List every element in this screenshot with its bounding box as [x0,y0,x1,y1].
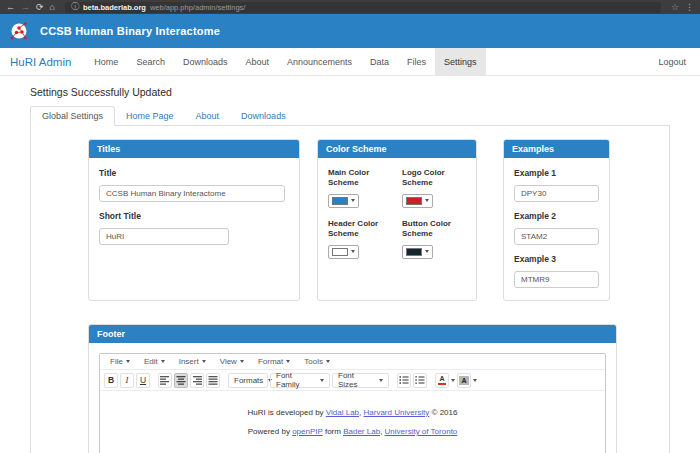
chevron-down-icon [351,250,355,253]
footer-line-2: Powered by openPIP form Bader Lab, Unive… [100,427,605,436]
bold-button[interactable]: B [104,373,118,388]
align-left-button[interactable] [158,373,172,388]
footer-panel: Footer File Edit Insert View Format Tool… [88,324,617,453]
chevron-down-icon [286,360,290,363]
global-settings-pane: Titles Title Short Title [30,126,670,453]
underline-button[interactable]: U [136,373,150,388]
header-color-select[interactable] [328,245,359,259]
openpip-link[interactable]: openPIP [292,427,323,436]
align-right-button[interactable] [190,373,204,388]
chevron-down-icon [326,360,330,363]
example-1-input[interactable] [514,185,599,202]
header-color-swatch [332,248,348,256]
color-scheme-panel: Color Scheme Main Color Scheme [317,139,477,301]
settings-panels-row: Titles Title Short Title [88,139,617,301]
menu-edit[interactable]: Edit [137,357,172,366]
status-message: Settings Successfully Updated [30,86,670,98]
bookmark-star-icon[interactable]: ☆ [671,3,679,12]
network-logo-icon [9,20,31,42]
main-color-field: Main Color Scheme [328,168,394,208]
header-color-label: Header Color Scheme [328,219,394,240]
tab-about[interactable]: About [185,107,231,125]
nav-item-data[interactable]: Data [361,48,398,75]
admin-navbar: HuRI Admin Home Search Downloads About A… [0,48,700,76]
align-justify-button[interactable] [206,373,220,388]
settings-tabs: Global Settings Home Page About Download… [30,106,670,126]
main-color-swatch [332,197,348,205]
chevron-down-icon [351,199,355,202]
chevron-down-icon [379,379,383,382]
nav-item-files[interactable]: Files [398,48,435,75]
site-header: CCSB Human Binary Interactome [0,14,700,48]
logo-color-field: Logo Color Scheme [402,168,468,208]
example-3-label: Example 3 [514,254,599,264]
editor-content[interactable]: HuRI is developed by Vidal Lab, Harvard … [100,391,605,453]
align-center-button[interactable] [174,373,188,388]
menu-insert[interactable]: Insert [172,357,213,366]
screen: ← → ⟳ ⌂ ⓘ beta.baderlab.orgweb/app.php/a… [0,0,700,453]
example-2-input[interactable] [514,228,599,245]
editor-menubar: File Edit Insert View Format Tools [100,354,605,370]
examples-panel: Examples Example 1 Example 2 E [503,139,610,301]
harvard-university-link[interactable]: Harvard University [364,408,430,417]
title-label: Title [99,168,289,178]
editor-toolbar: B I U [100,370,605,391]
reload-icon[interactable]: ⟳ [36,3,44,12]
browser-menu-icon[interactable]: ⋮ [685,3,694,12]
numbered-list-button[interactable] [413,373,427,388]
forward-icon[interactable]: → [21,3,30,12]
main-color-select[interactable] [328,194,359,208]
nav-item-settings[interactable]: Settings [435,48,486,75]
font-sizes-dropdown[interactable]: Font Sizes [332,373,389,388]
button-color-label: Button Color Scheme [402,219,468,240]
info-icon[interactable]: ⓘ [71,3,79,11]
chevron-down-icon [161,360,165,363]
formats-dropdown[interactable]: Formats [228,373,268,388]
tab-downloads[interactable]: Downloads [230,107,297,125]
button-color-select[interactable] [402,245,433,259]
rich-text-editor: File Edit Insert View Format Tools B I U [99,353,606,453]
main-color-label: Main Color Scheme [328,168,394,189]
text-color-button[interactable]: A [435,373,449,388]
chevron-down-icon [425,250,429,253]
nav-item-search[interactable]: Search [127,48,174,75]
chevron-down-icon [126,360,130,363]
chevron-down-icon [202,360,206,363]
brand-link[interactable]: HuRI Admin [10,48,71,75]
examples-panel-heading: Examples [504,140,609,158]
example-2-label: Example 2 [514,211,599,221]
short-title-label: Short Title [99,211,289,221]
menu-file[interactable]: File [103,357,137,366]
tab-home-page[interactable]: Home Page [115,107,185,125]
chevron-down-icon [425,199,429,202]
logo-color-select[interactable] [402,194,433,208]
chevron-down-icon [240,360,244,363]
university-of-toronto-link[interactable]: University of Toronto [385,427,458,436]
back-icon[interactable]: ← [6,3,15,12]
background-color-button[interactable]: A [457,373,471,388]
chevron-down-icon[interactable] [473,379,477,382]
font-family-dropdown[interactable]: Font Family [270,373,330,388]
title-input[interactable] [99,185,285,202]
menu-view[interactable]: View [213,357,251,366]
bullet-list-button[interactable] [397,373,411,388]
menu-tools[interactable]: Tools [297,357,337,366]
example-3-input[interactable] [514,271,599,288]
nav-item-downloads[interactable]: Downloads [174,48,237,75]
vidal-lab-link[interactable]: Vidal Lab [326,408,359,417]
url-host: beta.baderlab.org [83,3,146,12]
italic-button[interactable]: I [120,373,134,388]
logout-link[interactable]: Logout [644,48,700,75]
nav-item-about[interactable]: About [236,48,278,75]
bader-lab-link[interactable]: Bader Lab [343,427,380,436]
menu-format[interactable]: Format [251,357,297,366]
short-title-input[interactable] [99,228,229,245]
button-color-swatch [406,248,422,256]
address-bar[interactable]: ⓘ beta.baderlab.orgweb/app.php/admin/set… [65,2,661,13]
footer-line-1: HuRI is developed by Vidal Lab, Harvard … [100,408,605,417]
nav-item-home[interactable]: Home [85,48,127,75]
chevron-down-icon[interactable] [451,379,455,382]
tab-global-settings[interactable]: Global Settings [30,106,115,126]
nav-item-announcements[interactable]: Announcements [278,48,361,75]
home-icon[interactable]: ⌂ [50,3,55,12]
